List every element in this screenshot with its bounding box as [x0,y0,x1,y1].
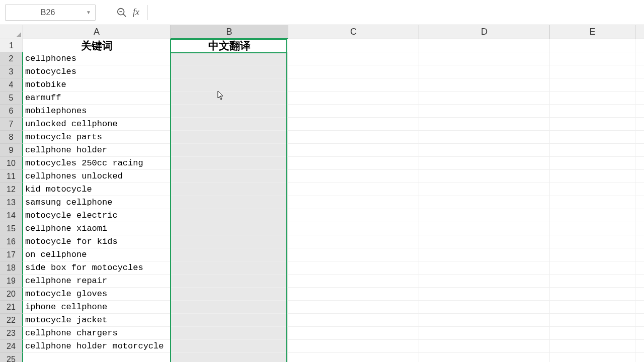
cell-F20[interactable] [635,288,644,301]
cell-C25[interactable] [288,353,419,362]
row-header-5[interactable]: 5 [0,92,23,105]
cell-D11[interactable] [419,170,550,183]
cell-B1[interactable]: 中文翻译 [171,39,288,52]
cell-D14[interactable] [419,209,550,222]
cell-F14[interactable] [635,209,644,222]
cell-B7[interactable] [171,118,288,131]
cell-D22[interactable] [419,314,550,327]
cell-A12[interactable]: kid motocycle [23,183,171,196]
cell-B19[interactable] [171,275,288,288]
row-header-21[interactable]: 21 [0,301,23,314]
cell-A11[interactable]: cellphones unlocked [23,170,171,183]
cell-D4[interactable] [419,78,550,92]
cell-B4[interactable] [171,78,288,92]
cell-B13[interactable] [171,196,288,209]
cell-C22[interactable] [288,314,419,327]
cell-A24[interactable]: cellphone holder motorcycle [23,340,171,353]
cell-A21[interactable]: iphone cellphone [23,301,171,314]
cell-E10[interactable] [550,157,635,170]
cell-F19[interactable] [635,275,644,288]
cell-F11[interactable] [635,170,644,183]
cell-C13[interactable] [288,196,419,209]
row-header-6[interactable]: 6 [0,105,23,118]
cell-A19[interactable]: cellphone repair [23,275,171,288]
cell-F16[interactable] [635,235,644,248]
cell-B2[interactable] [171,52,288,65]
cell-B15[interactable] [171,222,288,235]
cell-C17[interactable] [288,248,419,261]
cell-A22[interactable]: motocycle jacket [23,314,171,327]
cell-D23[interactable] [419,327,550,340]
cell-F10[interactable] [635,157,644,170]
row-header-25[interactable]: 25 [0,353,23,362]
cell-B18[interactable] [171,261,288,275]
cell-C3[interactable] [288,65,419,78]
cell-B24[interactable] [171,340,288,353]
cell-C14[interactable] [288,209,419,222]
cell-C12[interactable] [288,183,419,196]
cell-D9[interactable] [419,144,550,157]
row-header-10[interactable]: 10 [0,157,23,170]
cell-E22[interactable] [550,314,635,327]
cell-F15[interactable] [635,222,644,235]
cell-E19[interactable] [550,275,635,288]
cell-E12[interactable] [550,183,635,196]
row-header-24[interactable]: 24 [0,340,23,353]
spreadsheet-grid[interactable]: ABCDEF 123456789101112131415161718192021… [0,25,644,362]
cell-E6[interactable] [550,105,635,118]
cell-C6[interactable] [288,105,419,118]
cell-F17[interactable] [635,248,644,261]
cell-A8[interactable]: motocycle parts [23,131,171,144]
cell-A13[interactable]: samsung cellphone [23,196,171,209]
cell-E7[interactable] [550,118,635,131]
cell-D13[interactable] [419,196,550,209]
cell-C8[interactable] [288,131,419,144]
cell-C7[interactable] [288,118,419,131]
row-header-20[interactable]: 20 [0,288,23,301]
cell-E18[interactable] [550,261,635,275]
cell-A7[interactable]: unlocked cellphone [23,118,171,131]
cell-B17[interactable] [171,248,288,261]
cell-C16[interactable] [288,235,419,248]
cell-A3[interactable]: motocycles [23,65,171,78]
cell-F2[interactable] [635,52,644,65]
cell-E15[interactable] [550,222,635,235]
cell-C11[interactable] [288,170,419,183]
cell-A15[interactable]: cellphone xiaomi [23,222,171,235]
cell-B11[interactable] [171,170,288,183]
cell-E9[interactable] [550,144,635,157]
cell-F13[interactable] [635,196,644,209]
cell-D20[interactable] [419,288,550,301]
cell-B8[interactable] [171,131,288,144]
cell-B14[interactable] [171,209,288,222]
cell-B3[interactable] [171,65,288,78]
cell-B21[interactable] [171,301,288,314]
cell-A6[interactable]: mobilephones [23,105,171,118]
cell-E11[interactable] [550,170,635,183]
cell-E1[interactable] [550,39,635,52]
cell-C23[interactable] [288,327,419,340]
row-header-11[interactable]: 11 [0,170,23,183]
cell-D5[interactable] [419,92,550,105]
row-header-22[interactable]: 22 [0,314,23,327]
cell-F18[interactable] [635,261,644,275]
cell-E5[interactable] [550,92,635,105]
cell-F7[interactable] [635,118,644,131]
cell-F21[interactable] [635,301,644,314]
cell-D24[interactable] [419,340,550,353]
cell-D18[interactable] [419,261,550,275]
cell-B23[interactable] [171,327,288,340]
cell-F22[interactable] [635,314,644,327]
cell-F9[interactable] [635,144,644,157]
column-header-E[interactable]: E [550,25,635,39]
cell-A9[interactable]: cellphone holder [23,144,171,157]
cell-D15[interactable] [419,222,550,235]
column-header-D[interactable]: D [419,25,550,39]
cell-D3[interactable] [419,65,550,78]
cell-C21[interactable] [288,301,419,314]
row-header-14[interactable]: 14 [0,209,23,222]
name-box[interactable]: B26 ▼ [5,5,96,21]
cell-F25[interactable] [635,353,644,362]
cell-E16[interactable] [550,235,635,248]
cell-E23[interactable] [550,327,635,340]
